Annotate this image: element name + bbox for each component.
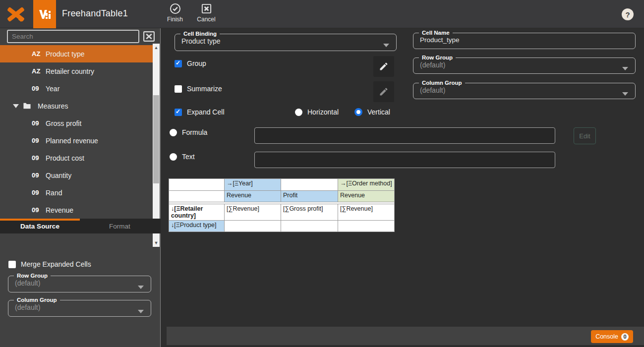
- preview-cell-r1c1[interactable]: Revenue: [225, 191, 281, 202]
- console-count-badge: 0: [621, 333, 629, 341]
- formula-label: Formula: [182, 128, 207, 136]
- preview-cell-r2c0[interactable]: ↓[ΞRetailer country]: [169, 204, 225, 221]
- summarize-checkbox[interactable]: [175, 85, 182, 93]
- tree-item-quantity[interactable]: 09Quantity: [0, 167, 153, 184]
- preview-cell-r0c1[interactable]: →[ΞYear]: [225, 179, 281, 191]
- number-field-icon: 09: [32, 172, 39, 179]
- row-group-dropdown[interactable]: Row Group (default): [413, 55, 636, 74]
- formula-input[interactable]: [254, 127, 555, 144]
- preview-cell-r3c2[interactable]: [281, 221, 338, 232]
- tree-item-gross-profit[interactable]: 09Gross profit: [0, 115, 153, 132]
- scroll-up-arrow-icon[interactable]: ▲: [153, 44, 160, 51]
- tree-item-label: Product type: [46, 50, 85, 58]
- page-footer-strip: [161, 345, 644, 347]
- expand-cell-checkbox[interactable]: [175, 109, 182, 116]
- tree-item-product-type[interactable]: AZProduct type: [0, 45, 153, 62]
- preview-cell-r0c0[interactable]: [169, 179, 225, 191]
- edit-summarize-button[interactable]: [373, 81, 394, 102]
- preview-cell-r1c2[interactable]: Profit: [281, 191, 338, 202]
- text-radio[interactable]: [170, 153, 177, 161]
- help-button[interactable]: ?: [622, 8, 634, 20]
- sidebar: AZProduct typeAZRetailer country09YearMe…: [0, 28, 161, 347]
- expander-triangle-icon[interactable]: [13, 104, 19, 108]
- app-logo-icon[interactable]: [5, 3, 27, 25]
- tree-item-year[interactable]: 09Year: [0, 80, 153, 97]
- cell-binding-dropdown[interactable]: Cell Binding Product type: [175, 31, 397, 51]
- tree-item-rand[interactable]: 09Rand: [0, 184, 153, 201]
- top-bar: FreehandTable1 Finish Cancel ?: [0, 0, 644, 28]
- tree-item-label: Retailer country: [46, 67, 94, 75]
- finish-button[interactable]: Finish: [159, 3, 191, 26]
- search-input[interactable]: [7, 30, 139, 43]
- tab-format[interactable]: Format: [80, 219, 160, 233]
- column-group-dropdown[interactable]: Column Group (default): [413, 80, 636, 99]
- string-field-icon: AZ: [32, 50, 40, 58]
- sidebar-tabs: Data Source Format: [0, 219, 161, 233]
- vertical-option: Vertical: [354, 108, 390, 116]
- preview-table-row: →[ΞYear]→[ΞOrder method]: [169, 179, 395, 191]
- cell-name-label: Cell Name: [419, 30, 453, 36]
- tree-item-measures[interactable]: Measures: [0, 97, 153, 115]
- finish-label: Finish: [167, 16, 183, 23]
- preview-cell-r0c2[interactable]: [281, 179, 338, 191]
- preview-cell-r3c1[interactable]: [225, 221, 281, 232]
- text-label: Text: [182, 153, 195, 161]
- group-checkbox[interactable]: [175, 60, 182, 67]
- expand-cell-row: Expand Cell: [175, 108, 225, 116]
- formula-radio[interactable]: [170, 129, 177, 136]
- tree-item-label: Planned revenue: [46, 137, 98, 145]
- tree-item-label: Gross profit: [46, 119, 81, 127]
- pencil-icon: [379, 87, 389, 97]
- close-box-icon: [201, 3, 212, 14]
- clear-search-icon[interactable]: [143, 31, 155, 42]
- preview-table-row: ↓[ΞProduct type]: [169, 221, 395, 232]
- edit-formula-button[interactable]: Edit: [574, 127, 596, 144]
- horizontal-radio[interactable]: [295, 109, 302, 116]
- vertical-radio[interactable]: [354, 108, 362, 116]
- row-group-value: (default): [8, 279, 151, 287]
- cell-editor-panel: Cell Binding Product type Cell Name Prod…: [161, 28, 644, 347]
- edit-group-button[interactable]: [373, 56, 394, 77]
- folder-icon: [23, 102, 31, 110]
- tree-item-planned-revenue[interactable]: 09Planned revenue: [0, 132, 153, 149]
- expand-cell-label: Expand Cell: [187, 108, 225, 116]
- preview-cell-r1c0[interactable]: [169, 191, 225, 202]
- number-field-icon: 09: [32, 85, 39, 92]
- column-group-label: Column Group: [14, 297, 60, 303]
- tree-item-product-cost[interactable]: 09Product cost: [0, 149, 153, 167]
- merge-expanded-cells-row: Merge Expanded Cells: [8, 260, 91, 268]
- preview-cell-r2c1[interactable]: [∑Revenue]: [225, 204, 281, 221]
- sidebar-column-group-dropdown[interactable]: Column Group (default): [8, 297, 151, 317]
- chevron-down-icon: [138, 286, 144, 289]
- vertical-label: Vertical: [367, 108, 390, 116]
- cancel-button[interactable]: Cancel: [190, 3, 222, 26]
- cell-name-field[interactable]: Cell Name Product_type: [413, 30, 636, 49]
- preview-cell-r3c0[interactable]: ↓[ΞProduct type]: [169, 221, 225, 232]
- text-input[interactable]: [254, 152, 555, 168]
- status-bar: Console 0: [167, 327, 644, 345]
- preview-cell-r2c3[interactable]: [∑Revenue]: [338, 204, 395, 221]
- number-field-icon: 09: [32, 206, 39, 214]
- column-group-value: (default): [413, 86, 635, 94]
- cell-binding-value: Product type: [175, 37, 396, 45]
- preview-cell-r1c3[interactable]: Revenue: [338, 191, 395, 202]
- scrollbar-thumb[interactable]: [153, 95, 159, 183]
- preview-cell-r3c3[interactable]: [338, 221, 395, 232]
- cancel-label: Cancel: [197, 16, 215, 23]
- console-button[interactable]: Console 0: [591, 330, 633, 343]
- tree-item-label: Revenue: [46, 206, 73, 214]
- group-label: Group: [187, 59, 206, 67]
- help-glyph: ?: [625, 10, 630, 19]
- merge-expanded-cells-checkbox[interactable]: [8, 261, 16, 268]
- number-field-icon: 09: [32, 119, 39, 127]
- row-group-value: (default): [413, 60, 635, 69]
- tree-item-revenue[interactable]: 09Revenue: [0, 201, 153, 219]
- preview-cell-r0c3[interactable]: →[ΞOrder method]: [338, 179, 395, 191]
- tree-item-retailer-country[interactable]: AZRetailer country: [0, 62, 153, 80]
- tree-scrollbar[interactable]: ▲ ▼: [153, 44, 160, 247]
- sidebar-row-group-dropdown[interactable]: Row Group (default): [8, 273, 151, 292]
- tab-data-source[interactable]: Data Source: [0, 219, 80, 233]
- freehand-table-editor: FreehandTable1 Finish Cancel ?: [0, 0, 644, 347]
- preview-cell-r2c2[interactable]: [∑Gross profit]: [281, 204, 338, 221]
- chevron-down-icon: [622, 67, 628, 70]
